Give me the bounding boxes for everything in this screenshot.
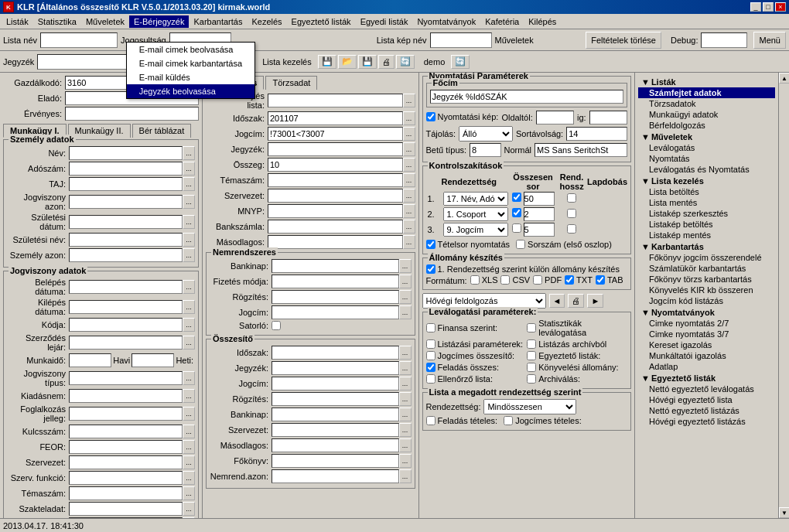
oss-bankinap-input[interactable] — [272, 408, 399, 421]
oss-idoszak-ellipsis[interactable]: ... — [399, 346, 412, 360]
belepes-ellipsis[interactable]: ... — [183, 280, 195, 294]
scroll-up-button[interactable]: ▲ — [779, 73, 789, 84]
kodja-ellipsis[interactable]: ... — [183, 318, 195, 332]
oss-nemrendazon-ellipsis[interactable]: ... — [399, 469, 412, 483]
tree-item-listakep-mentes[interactable]: Listakép mentés — [638, 230, 775, 240]
menu-kezeles[interactable]: Kezelés — [247, 15, 286, 28]
tree-group-muveletek[interactable]: ▼ Műveletek — [638, 131, 775, 142]
menu-egyezteto[interactable]: Egyeztető listák — [287, 15, 356, 28]
rendez1-lapdobas[interactable] — [567, 193, 576, 203]
kulcsszam-ellipsis[interactable]: ... — [183, 425, 195, 438]
hovegi-fwd-button[interactable]: ► — [587, 294, 603, 308]
fizetes-modja-ellipsis[interactable]: ... — [399, 275, 412, 288]
menu-listak[interactable]: Listák — [2, 15, 33, 28]
tree-item-jogcim-kod[interactable]: Jogcím kód listázás — [638, 295, 775, 306]
tree-item-fokonyvjogcim[interactable]: Főkönyv jogcím összerendelé — [638, 252, 775, 263]
betu-tipus-size-input[interactable] — [470, 143, 500, 157]
adoszam-input[interactable] — [69, 162, 183, 176]
szerzodes-input[interactable] — [69, 336, 183, 350]
ig-input[interactable] — [589, 111, 627, 124]
tree-group-nyomtatvanyok[interactable]: ▼ Nyomtatványok — [638, 306, 775, 318]
bankinap-ellipsis[interactable]: ... — [399, 259, 412, 273]
rendez2-lapdobas[interactable] — [567, 209, 576, 218]
szervezet3-ellipsis[interactable]: ... — [403, 189, 415, 203]
tree-item-berfeldolgozas[interactable]: Bérfeldolgozás — [638, 120, 775, 131]
szemely-azon-ellipsis[interactable]: ... — [183, 248, 195, 262]
taj-input[interactable] — [69, 177, 183, 191]
menu-button[interactable]: Menü — [753, 32, 786, 49]
masodlagos2-input[interactable] — [268, 235, 403, 249]
oss-rogzites-ellipsis[interactable]: ... — [399, 392, 412, 406]
jogcim2-ellipsis[interactable]: ... — [399, 305, 412, 319]
hovegi-back-button[interactable]: ◄ — [549, 294, 565, 308]
kiadasnem-ellipsis[interactable]: ... — [183, 389, 195, 403]
tree-item-levalogatas[interactable]: Leválogatás — [638, 142, 775, 153]
szakteladat-ellipsis[interactable]: ... — [183, 502, 195, 516]
scroll-down-button[interactable]: ▼ — [779, 507, 789, 518]
kulcsszam-input[interactable] — [69, 425, 183, 438]
focim-input[interactable] — [430, 90, 624, 104]
ellenorzo-lista-checkbox[interactable] — [426, 374, 435, 384]
oss-jegyzek-input[interactable] — [272, 361, 399, 375]
tree-item-nyomtatas[interactable]: Nyomtatás — [638, 153, 775, 164]
menu-eberjegyzek[interactable]: E-Bérjegyzék — [129, 15, 189, 28]
archivialas-checkbox[interactable] — [527, 374, 536, 384]
osszesen1-checkbox[interactable] — [512, 193, 521, 202]
kilepes-input[interactable] — [69, 300, 183, 314]
szulnev-input[interactable] — [69, 233, 183, 247]
nev-ellipsis[interactable]: ... — [183, 146, 195, 160]
statisztikak-checkbox[interactable] — [527, 323, 536, 332]
tab-munkaügy2[interactable]: Munkaügy II. — [68, 124, 131, 138]
fogljelleg-input[interactable] — [69, 407, 183, 421]
tab-checkbox[interactable] — [596, 275, 605, 285]
lk-btn4[interactable]: 🖨 — [378, 55, 394, 69]
pdf-checkbox[interactable] — [533, 275, 542, 285]
jogcim-input[interactable] — [268, 127, 403, 141]
idoszak-ellipsis[interactable]: ... — [403, 111, 415, 125]
munkaidö-heti-input[interactable] — [132, 353, 174, 367]
dropdown-item-jegyzek[interactable]: Jegyzék beolvasása — [127, 84, 254, 98]
belepes-input[interactable] — [69, 280, 183, 294]
temaszam2-input[interactable] — [69, 486, 183, 500]
adoszam-ellipsis[interactable]: ... — [183, 162, 195, 176]
rogzites-input[interactable] — [272, 290, 399, 304]
oss-jogcim-input[interactable] — [272, 377, 399, 390]
feor-input[interactable] — [69, 440, 183, 454]
dropdown-item-beolvasas[interactable]: E-mail cimek beolvasása — [127, 43, 254, 56]
rogzites-ellipsis[interactable]: ... — [399, 290, 412, 304]
tree-item-adatlap[interactable]: Adatlap — [638, 361, 775, 372]
kiadasnem-input[interactable] — [69, 389, 183, 403]
tab-torzsadat[interactable]: Törzsadat — [265, 76, 317, 90]
kilepes-ellipsis[interactable]: ... — [183, 300, 195, 314]
bankszamla-input[interactable] — [268, 220, 403, 234]
listazas-archivbol-checkbox[interactable] — [527, 339, 536, 349]
szuldat-input[interactable] — [69, 215, 183, 229]
oss-szervezet-ellipsis[interactable]: ... — [399, 423, 412, 437]
osszesen3-checkbox[interactable] — [512, 223, 521, 233]
nyomtatasi-kep-checkbox[interactable] — [426, 112, 435, 121]
tree-item-lista-betoltes[interactable]: Lista betöltés — [638, 186, 775, 197]
szamfejtes-lista-input[interactable] — [268, 94, 403, 107]
feltetelek-torlese-button[interactable]: Feltételek törlése — [586, 32, 661, 49]
jogvtipus-input[interactable] — [69, 371, 183, 385]
mnyp-ellipsis[interactable]: ... — [403, 204, 415, 218]
tree-item-kereset-igazolas[interactable]: Kereset igazolás — [638, 339, 775, 350]
szervezet3-input[interactable] — [268, 189, 403, 203]
tree-item-lista-mentes[interactable]: Lista mentés — [638, 197, 775, 208]
menu-statisztika[interactable]: Statisztika — [33, 15, 81, 28]
jogvtipus-ellipsis[interactable]: ... — [183, 371, 195, 385]
szerzodes-ellipsis[interactable]: ... — [183, 336, 195, 350]
maximize-button[interactable]: □ — [763, 2, 774, 12]
tree-group-egyezteto[interactable]: ▼ Egyeztető listák — [638, 372, 775, 384]
osszeg-input[interactable] — [268, 158, 403, 172]
szuldat-ellipsis[interactable]: ... — [183, 215, 195, 229]
bankszamla-ellipsis[interactable]: ... — [403, 220, 415, 234]
tab-ber[interactable]: Bér táblázat — [132, 124, 192, 138]
szulnev-ellipsis[interactable]: ... — [183, 233, 195, 247]
idoszak-input[interactable] — [268, 111, 403, 125]
jegyzek2-input[interactable] — [268, 142, 403, 156]
tree-item-netto-listazas[interactable]: Nettó egyeztető listázás — [638, 405, 775, 416]
szervfunkció-input[interactable] — [69, 471, 183, 485]
feladas-osszes-checkbox[interactable] — [426, 363, 435, 372]
sortavolsag-input[interactable] — [566, 127, 627, 141]
